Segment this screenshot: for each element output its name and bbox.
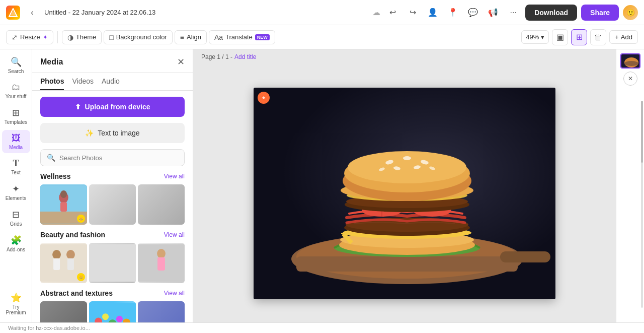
sidebar-item-your-stuff[interactable]: 🗂 Your stuff xyxy=(2,79,30,102)
toolbar: ⤢ Resize ✦ ◑ Theme □ Background color ≡ … xyxy=(0,25,644,49)
redo-button[interactable]: ↪ xyxy=(405,5,421,21)
templates-icon: ⊞ xyxy=(12,107,20,118)
abstract-textures-section-title: Abstract and textures xyxy=(40,289,113,297)
media-body: ⬆ Upload from device ✨ Text to image 🔍 W… xyxy=(32,91,193,322)
align-button[interactable]: ≡ Align xyxy=(175,30,207,44)
undo-button[interactable]: ↩ xyxy=(384,5,400,21)
media-panel-close-button[interactable]: ✕ xyxy=(177,56,185,68)
sidebar-item-label-text: Text xyxy=(11,170,20,175)
sidebar-item-search[interactable]: 🔍 Search xyxy=(2,53,30,77)
svg-rect-15 xyxy=(157,257,165,271)
grid-view-button[interactable]: ⊞ xyxy=(571,29,587,45)
background-color-label: Background color xyxy=(116,33,167,41)
toolbar-separator xyxy=(57,31,58,43)
abstract-photo-1[interactable] xyxy=(40,301,87,322)
background-color-button[interactable]: □ Background color xyxy=(104,30,173,44)
add-button[interactable]: + Add xyxy=(609,30,638,44)
beauty-photo-2[interactable] xyxy=(89,243,136,283)
add-label: Add xyxy=(621,33,632,41)
share-view-button[interactable]: 📢 xyxy=(485,5,501,21)
svg-point-8 xyxy=(52,250,61,259)
translate-button[interactable]: Aa Translate NEW xyxy=(209,30,275,44)
page-number: Page 1 / 1 - xyxy=(201,53,232,60)
tab-videos[interactable]: Videos xyxy=(72,73,94,90)
status-bar: Waiting for hz-ccx-das.adobe.io... xyxy=(0,322,644,333)
sidebar-item-elements[interactable]: ✦ Elements xyxy=(2,180,30,204)
try-premium-icon: ⭐ xyxy=(11,292,22,303)
translate-icon: Aa xyxy=(214,33,223,41)
theme-label: Theme xyxy=(76,33,96,41)
abstract-photo-3[interactable] xyxy=(138,301,185,322)
theme-icon: ◑ xyxy=(67,33,73,41)
svg-rect-11 xyxy=(67,258,74,270)
sidebar-item-grids[interactable]: ⊟ Grids xyxy=(2,206,30,230)
download-button[interactable]: Download xyxy=(525,5,577,21)
page-info: Page 1 / 1 - Add title xyxy=(193,49,616,64)
sidebar-item-media[interactable]: 🖼 Media xyxy=(2,130,30,153)
align-icon: ≡ xyxy=(180,33,184,41)
upload-from-device-button[interactable]: ⬆ Upload from device xyxy=(40,97,185,117)
resize-label: Resize xyxy=(20,33,40,41)
beauty-fashion-section: Beauty and fashion View all xyxy=(40,231,185,283)
tab-photos[interactable]: Photos xyxy=(40,73,64,90)
avatar: 🙂 xyxy=(623,5,638,20)
wellness-section: Wellness View all xyxy=(40,172,185,225)
resize-button[interactable]: ⤢ Resize ✦ xyxy=(6,30,53,44)
share-button[interactable]: Share xyxy=(581,5,619,21)
search-icon: 🔍 xyxy=(11,56,22,68)
theme-button[interactable]: ◑ Theme xyxy=(62,30,102,44)
text-to-image-button[interactable]: ✨ Text to image xyxy=(40,123,185,143)
beauty-photo-1[interactable]: 👑 xyxy=(40,243,87,283)
zoom-control[interactable]: 49% ▾ xyxy=(521,30,549,44)
topbar: ‹ Untitled - 22 January 2024 at 22.06.13… xyxy=(0,0,644,25)
cloud-sync-icon: ☁ xyxy=(372,8,380,17)
wellness-photo-grid: 👑 xyxy=(40,184,185,225)
svg-rect-29 xyxy=(296,256,518,272)
close-thumbnail-button[interactable]: ✕ xyxy=(623,72,637,86)
upload-icon: ⬆ xyxy=(75,103,81,111)
back-button[interactable]: ‹ xyxy=(24,5,40,21)
wellness-view-all-link[interactable]: View all xyxy=(164,173,185,180)
sidebar-item-text[interactable]: T Text xyxy=(2,155,30,178)
sidebar-item-templates[interactable]: ⊞ Templates xyxy=(2,104,30,128)
grids-icon: ⊟ xyxy=(12,209,20,220)
sidebar-item-label-add-ons: Add-ons xyxy=(7,247,25,252)
canvas-area: Page 1 / 1 - Add title xyxy=(193,49,616,322)
wellness-section-header: Wellness View all xyxy=(40,172,185,180)
search-input[interactable] xyxy=(59,154,178,162)
svg-rect-30 xyxy=(500,251,550,262)
svg-point-57 xyxy=(624,61,638,66)
svg-rect-9 xyxy=(53,258,60,270)
beauty-photo-3[interactable] xyxy=(138,243,185,283)
comment-button[interactable]: 💬 xyxy=(465,5,481,21)
media-panel: Media ✕ Photos Videos Audio ⬆ Upload fro… xyxy=(32,49,193,322)
sidebar-item-label-elements: Elements xyxy=(6,195,27,201)
sidebar-item-label-search: Search xyxy=(8,69,24,74)
location-button[interactable]: 📍 xyxy=(445,5,461,21)
more-options-button[interactable]: ··· xyxy=(505,5,521,21)
premium-badge: 👑 xyxy=(77,215,85,223)
page-thumbnail[interactable] xyxy=(620,53,640,69)
sidebar-item-try-premium[interactable]: ⭐ Try Premium xyxy=(2,289,30,318)
wellness-photo-1[interactable]: 👑 xyxy=(40,184,87,225)
canvas[interactable] xyxy=(254,88,555,299)
add-title-link[interactable]: Add title xyxy=(234,53,256,60)
profile-button[interactable]: 👤 xyxy=(425,5,441,21)
presentation-button[interactable]: ▣ xyxy=(552,29,568,45)
upload-label: Upload from device xyxy=(85,103,150,111)
delete-button[interactable]: 🗑 xyxy=(590,29,606,45)
wellness-photo-3[interactable] xyxy=(138,184,185,225)
document-title: Untitled - 22 January 2024 at 22.06.13 xyxy=(44,9,368,16)
svg-point-14 xyxy=(157,249,166,258)
abstract-photo-2[interactable] xyxy=(89,301,136,322)
tab-audio[interactable]: Audio xyxy=(102,73,120,90)
sidebar-item-add-ons[interactable]: 🧩 Add-ons xyxy=(2,232,30,255)
svg-rect-5 xyxy=(60,202,67,212)
svg-point-6 xyxy=(60,190,67,198)
abstract-view-all-link[interactable]: View all xyxy=(164,290,185,297)
beauty-fashion-view-all-link[interactable]: View all xyxy=(164,231,185,238)
background-color-icon: □ xyxy=(109,33,113,41)
wellness-photo-2[interactable] xyxy=(89,184,136,225)
svg-point-18 xyxy=(102,313,109,320)
media-panel-title: Media xyxy=(40,57,63,66)
